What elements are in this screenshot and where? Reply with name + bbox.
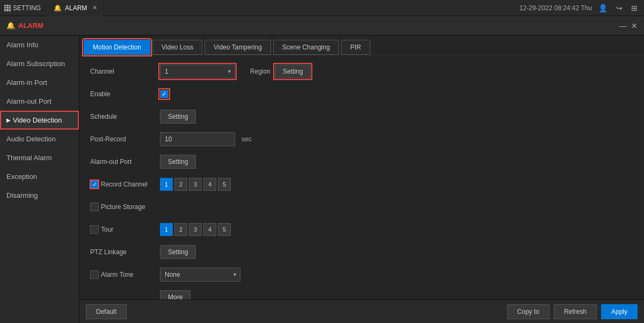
record-channel-label-text: Record Channel [101,181,148,188]
app-title-bar: 🔔 ALARM — ✕ [0,16,644,35]
channel-label: Channel [90,68,160,75]
chevron-icon: ▶ [6,117,11,123]
alarm-tone-label: Alarm Tone [101,271,133,278]
schedule-setting-btn[interactable]: Setting [160,110,196,124]
sidebar-item-disarming[interactable]: Disarming [0,186,79,205]
sidebar-item-alarm-out-port[interactable]: Alarm-out Port [0,92,79,111]
channel-control: 1 Region Setting [160,64,311,78]
record-channel-label-row: ✓ Record Channel [90,180,160,189]
alarm-tone-checkbox[interactable] [90,270,99,279]
copy-to-btn[interactable]: Copy to [507,304,550,319]
tab-motion-detection[interactable]: Motion Detection [84,40,150,55]
tab-video-tampering[interactable]: Video Tampering [204,40,271,55]
sidebar-item-thermal-alarm[interactable]: Thermal Alarm [0,148,79,167]
tab-scene-changing[interactable]: Scene Changing [273,40,339,55]
sidebar-label-exception: Exception [6,173,37,181]
sidebar-label-alarm-info: Alarm Info [6,41,38,49]
alarm-tab-label: ALARM [65,4,87,12]
record-ch-btn-3[interactable]: 3 [189,178,202,191]
record-channel-btns: 1 2 3 4 5 [160,178,231,191]
tour-control: 1 2 3 4 5 [160,223,231,236]
sidebar-label-alarm-subscription: Alarm Subscription [6,60,65,68]
record-channel-control: 1 2 3 4 5 [160,178,231,191]
post-record-label: Post-Record [90,135,160,143]
record-ch-btn-4[interactable]: 4 [203,178,216,191]
post-record-control: 10 sec [160,132,252,146]
tab-video-loss[interactable]: Video Loss [152,40,202,55]
sidebar-item-alarm-info[interactable]: Alarm Info [0,35,79,54]
refresh-btn[interactable]: Refresh [554,304,597,319]
top-tabs: 🔔 ALARM ✕ [47,0,104,16]
channel-row: Channel 1 Region Setting [90,64,633,79]
channel-select[interactable]: 1 [160,64,235,78]
apply-btn[interactable]: Apply [601,304,638,319]
check-icon: ✓ [162,90,167,98]
alarm-out-port-setting-btn[interactable]: Setting [160,155,196,169]
picture-storage-row: Picture Storage [90,199,633,214]
schedule-row: Schedule Setting [90,109,633,124]
sidebar-label-audio-detection: Audio Detection [6,135,56,143]
alarm-tone-select[interactable]: None Tone1 Tone2 [160,268,240,282]
enable-checkbox[interactable]: ✓ [160,90,169,98]
sidebar-item-video-detection[interactable]: ▶ Video Detection [0,111,79,130]
region-label: Region [250,68,270,75]
alarm-tone-checkbox-row: Alarm Tone [90,270,160,279]
tour-ch-btn-2[interactable]: 2 [174,223,187,236]
ptz-linkage-label: PTZ Linkage [90,248,160,256]
default-btn[interactable]: Default [86,304,127,319]
ptz-linkage-setting-btn[interactable]: Setting [160,245,196,259]
enable-control: ✓ [160,90,169,98]
sidebar: Alarm Info Alarm Subscription Alarm-in P… [0,35,79,323]
channel-select-wrapper: 1 [160,64,235,78]
ptz-linkage-control: Setting [160,245,196,259]
alarm-bell-icon: 🔔 [6,21,15,30]
setting-tab-label[interactable]: SETTING [13,4,41,12]
tab-pir[interactable]: PIR [341,40,370,55]
alarm-tone-control: None Tone1 Tone2 [160,268,240,282]
more-control: More [160,290,191,299]
close-btn[interactable]: ✕ [631,21,638,30]
picture-storage-label-area: Picture Storage [90,203,160,211]
user-icon-btn[interactable]: 👤 [596,3,610,13]
app-grid-icon[interactable]: SETTING [4,4,41,12]
picture-storage-checkbox-row: Picture Storage [90,203,160,211]
form-area: Channel 1 Region Setting Enable ✓ [79,55,644,299]
top-bar-right: 12-29-2022 08:24:42 Thu 👤 ↪ ⊞ [519,3,640,13]
record-ch-btn-2[interactable]: 2 [174,178,187,191]
sidebar-label-alarm-out-port: Alarm-out Port [6,97,52,105]
minimize-btn[interactable]: — [619,21,627,30]
sidebar-item-audio-detection[interactable]: Audio Detection [0,130,79,148]
alarm-top-tab[interactable]: 🔔 ALARM ✕ [47,0,104,16]
datetime-display: 12-29-2022 08:24:42 Thu [519,4,592,12]
region-setting-btn[interactable]: Setting [275,64,311,78]
record-ch-btn-1[interactable]: 1 [160,178,173,191]
picture-storage-checkbox[interactable] [90,203,99,211]
tour-ch-btn-1[interactable]: 1 [160,223,173,236]
top-bar: SETTING 🔔 ALARM ✕ 12-29-2022 08:24:42 Th… [0,0,644,16]
record-channel-row: ✓ Record Channel 1 2 3 4 5 [90,177,633,192]
footer-right: Copy to Refresh Apply [507,304,638,319]
more-btn[interactable]: More [160,290,191,299]
app-title-controls: — ✕ [619,21,638,30]
sidebar-label-thermal-alarm: Thermal Alarm [6,154,52,162]
tour-ch-btn-3[interactable]: 3 [189,223,202,236]
ptz-linkage-row: PTZ Linkage Setting [90,245,633,260]
more-row: More [90,290,633,299]
tour-ch-btn-5[interactable]: 5 [218,223,231,236]
apps-icon-btn[interactable]: ⊞ [629,3,640,13]
sidebar-item-exception[interactable]: Exception [0,167,79,186]
post-record-input[interactable]: 10 [160,132,235,146]
alarm-tone-label-area: Alarm Tone [90,270,160,279]
logout-icon-btn[interactable]: ↪ [614,3,625,13]
alarm-out-port-row: Alarm-out Port Setting [90,154,633,169]
sidebar-item-alarm-subscription[interactable]: Alarm Subscription [0,54,79,73]
record-ch-btn-5[interactable]: 5 [218,178,231,191]
record-channel-checkbox[interactable]: ✓ [90,180,99,189]
tour-ch-btn-4[interactable]: 4 [203,223,216,236]
enable-row: Enable ✓ [90,87,633,102]
post-record-row: Post-Record 10 sec [90,132,633,147]
sidebar-item-alarm-in-port[interactable]: Alarm-in Port [0,73,79,92]
tour-label-area: Tour [90,225,160,234]
tour-checkbox[interactable] [90,225,99,234]
alarm-tab-close[interactable]: ✕ [92,4,97,11]
